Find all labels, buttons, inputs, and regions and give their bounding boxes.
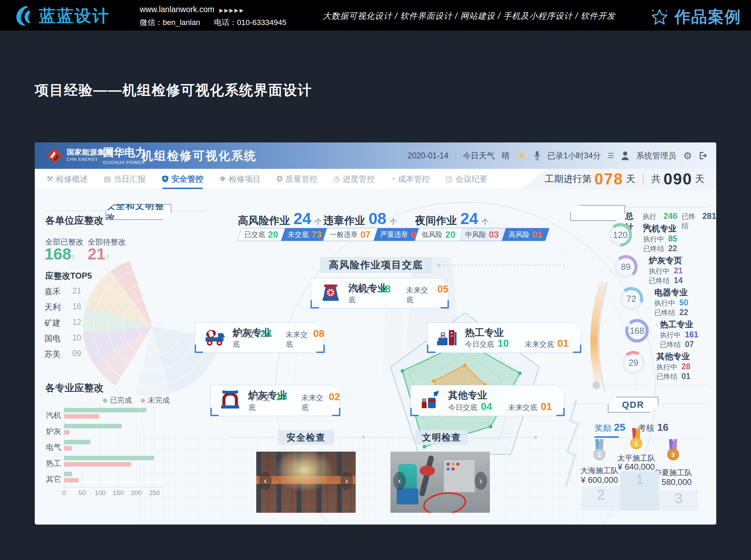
photo-pipe xyxy=(419,455,435,497)
decor-line xyxy=(660,404,709,404)
dashboard-screenshot: 国家能源集团 CHN ENERGY 国华电力 GUOHUA POWER 机组检修… xyxy=(35,142,716,525)
tab-cost-control[interactable]: ◔成本管控 xyxy=(390,169,430,189)
site-banner: 蓝蓝设计 www.lanlanwork.com▶▶▶▶▶ 微信：ben_lanl… xyxy=(0,0,751,31)
turbine-machine-icon xyxy=(320,282,341,304)
connector-dashed-line xyxy=(443,265,565,265)
stat-violation-badge: 一般违章07 严重违章01 xyxy=(323,228,428,241)
pie-icon: ◔ xyxy=(390,175,395,183)
username[interactable]: 系统管理员 xyxy=(636,150,676,161)
clock-icon: ◷ xyxy=(333,175,340,183)
card-other-specialty: 其他专业 今日交底04 未来交底01 xyxy=(410,385,565,416)
donut-chart: 89 xyxy=(614,255,638,279)
layers-icon: ❖ xyxy=(219,175,226,183)
top5-item-name: 矿建 xyxy=(45,318,60,328)
divider xyxy=(643,173,644,184)
connector-line xyxy=(470,437,536,437)
factory-chimney-icon xyxy=(420,390,441,411)
decor-line xyxy=(570,404,605,404)
project-schedule: 工期进行第 078 天 共 090 天 xyxy=(545,169,705,189)
contact-info: 微信：ben_lanlan 电话：010-63334945 xyxy=(140,17,298,28)
carousel-prev-button[interactable]: ‹ xyxy=(393,472,406,490)
connector-line xyxy=(228,437,275,437)
radar-data-point xyxy=(489,425,492,428)
safety-check-title: 安全检查 xyxy=(278,430,334,445)
top5-item-name: 天利 xyxy=(45,302,60,313)
safety-check-photo[interactable]: ‹ › xyxy=(256,452,356,513)
card-ash-specialty: 炉灰专业 今日交底24 未来交底08 xyxy=(195,322,325,353)
timeline-dot[interactable] xyxy=(592,381,601,390)
tab-repair-projects[interactable]: ❖检修项目 xyxy=(219,169,261,189)
lanlan-logo-icon[interactable] xyxy=(13,5,34,26)
bar-legend: 已完成 未完成 xyxy=(103,395,170,405)
phone-label: 电话：010-63334945 xyxy=(214,18,286,27)
portfolio-link[interactable]: 作品案例 xyxy=(649,6,741,28)
tab-quality-control[interactable]: ✪质量管控 xyxy=(277,169,318,189)
connector-dot xyxy=(362,436,365,439)
left-section-badge: 安全和文明整改 xyxy=(105,204,171,220)
bar-category-label: 热工 xyxy=(42,458,61,469)
axis-tick-label: 200 xyxy=(129,489,143,497)
wechat-label: 微信：ben_lanlan xyxy=(140,18,200,27)
page-title: 项目经验——机组检修可视化系统界面设计 xyxy=(35,81,312,100)
settings-gear-icon[interactable]: ⚙ xyxy=(683,150,692,162)
top5-item-name: 苏美 xyxy=(45,349,60,360)
radar-data-point xyxy=(401,369,404,373)
up-arrow-icon: ↑ xyxy=(105,252,110,261)
radar-data-point xyxy=(432,379,435,383)
svg-text:1: 1 xyxy=(635,440,638,447)
carousel-next-button[interactable]: › xyxy=(475,472,487,490)
tab-progress-control[interactable]: ◷进度管控 xyxy=(333,169,374,189)
top5-item-value: 21 xyxy=(72,286,81,296)
tab-safety-control[interactable]: 安全管控 xyxy=(162,169,203,189)
grid-line xyxy=(118,406,119,487)
current-date: 2020-01-14 xyxy=(407,151,449,160)
gold-medal-icon: 1 xyxy=(627,428,646,453)
bar-done xyxy=(64,408,146,412)
record-duration: 已录1小时34分 xyxy=(548,150,601,161)
website-link[interactable]: www.lanlanwork.com▶▶▶▶▶ xyxy=(140,5,244,14)
grid-line xyxy=(100,406,100,487)
active-tab-underline xyxy=(595,436,619,438)
bar-category-label: 汽机 xyxy=(42,410,61,421)
days-elapsed: 078 xyxy=(595,170,623,188)
civil-check-title: 文明检查 xyxy=(415,430,468,445)
log-list-icon[interactable]: ☰ xyxy=(608,151,614,160)
donut-chart: 72 xyxy=(620,287,643,311)
top5-title: 应整改TOP5 xyxy=(45,270,92,281)
tab-reward[interactable]: 奖励25 xyxy=(595,422,625,434)
legend-dot-done xyxy=(103,398,107,403)
axis-tick-label: 0 xyxy=(57,489,71,497)
logout-icon[interactable] xyxy=(699,151,707,160)
stat-night-badge: 低风险20 中风险03 高风险01 xyxy=(414,228,550,241)
bar-todo xyxy=(64,430,70,435)
brand-name[interactable]: 蓝蓝设计 xyxy=(39,5,110,27)
calendar-icon: ▤ xyxy=(104,175,111,183)
tab-meeting-minutes[interactable]: ◫会议纪要 xyxy=(446,169,487,189)
podium-step-3: 3 xyxy=(659,490,698,511)
bar-done xyxy=(64,456,154,460)
issue-highlight-circle xyxy=(422,490,468,513)
divider xyxy=(594,438,709,439)
bar-done xyxy=(64,472,72,476)
tab-overview[interactable]: ⚒检修概述 xyxy=(47,169,88,189)
units-rectify-title: 各单位应整改 xyxy=(45,214,104,227)
card-thermal-specialty: 热工专业 今日交底10 未来交底01 xyxy=(427,322,581,353)
grid-line xyxy=(154,406,155,487)
civil-check-photo[interactable]: ‹ › xyxy=(390,452,490,513)
nav-bar: ⚒检修概述 ▤当日汇报 安全管控 ❖检修项目 ✪质量管控 ◷进度管控 ◔成本管控… xyxy=(35,169,716,189)
microphone-icon[interactable] xyxy=(534,151,541,160)
top5-item-value: 09 xyxy=(72,349,81,358)
weather-value: 晴 xyxy=(502,150,510,161)
photo-pump-base xyxy=(397,488,418,504)
card-turbine-specialty: 汽机专业 今日交底18 未来交底05 xyxy=(310,278,449,308)
tab-daily-report[interactable]: ▤当日汇报 xyxy=(104,169,146,189)
carousel-next-button[interactable]: › xyxy=(340,472,353,490)
carousel-prev-button[interactable]: ‹ xyxy=(259,472,272,490)
stat-highrisk-title: 高风险作业24个 xyxy=(238,209,322,228)
top5-item-value: 10 xyxy=(72,333,81,343)
bar-todo xyxy=(64,414,99,419)
bar-category-label: 其它 xyxy=(42,474,61,485)
timeline-line xyxy=(601,384,708,385)
connector-line xyxy=(337,437,412,437)
workticket-badge xyxy=(570,205,625,221)
